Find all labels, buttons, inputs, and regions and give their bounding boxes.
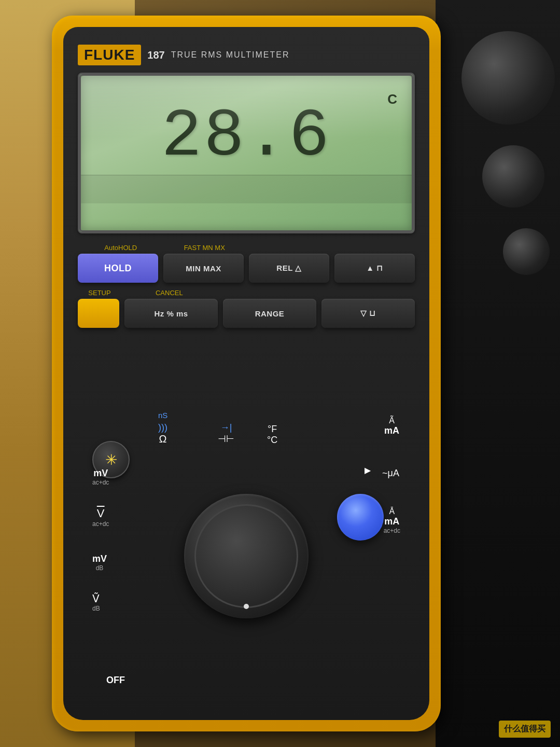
sun-icon: ✳ [105,451,117,468]
buttons-area: AutoHOLD FAST MN MX HOLD MIN MAX REL △ ▲… [78,244,415,334]
fastmnmx-label: FAST MN MX [163,244,247,252]
row1-labels: AutoHOLD FAST MN MX [78,244,415,252]
lcd-inner: C 28.6 [79,74,413,232]
ac-ma-label: Ã mA [384,416,399,436]
multimeter-body: FLUKE 187 TRUE RMS MULTIMETER C 28.6 Aut… [52,16,441,731]
knob-ring [194,504,298,608]
temp-symbol: °F °C [267,424,277,446]
min-max-button[interactable]: MIN MAX [163,254,244,283]
label6 [316,289,414,297]
equipment-circle-1 [461,31,555,125]
label5 [218,289,316,297]
setup-label: SETUP [79,289,120,297]
down-button[interactable]: ▽ ⊔ [321,299,415,328]
label4 [330,244,414,252]
rel-button[interactable]: REL △ [249,254,329,283]
lcd-secondary [81,175,412,203]
label3 [246,244,330,252]
lcd-display: C 28.6 [78,73,415,233]
equipment-circle-3 [503,228,550,275]
diode-cap-symbol: →| ⊣⊢ [218,422,234,445]
v-acdc-label: V ac+dc [92,507,109,528]
off-label: OFF [106,675,125,686]
rotary-knob[interactable] [184,494,309,618]
hz-button[interactable]: Hz % ms [124,299,218,328]
v-db-label: Ṽ dB [92,592,100,612]
row2-labels: SETUP CANCEL [78,289,415,297]
model-subtitle: TRUE RMS MULTIMETER [171,50,290,60]
equipment-circle-2 [482,145,544,208]
range-button[interactable]: RANGE [223,299,316,328]
meter-inner: FLUKE 187 TRUE RMS MULTIMETER C 28.6 Aut… [63,27,429,720]
cancel-label: CANCEL [120,289,218,297]
wifi-ohm-symbol: ))) Ω [158,422,167,445]
mv-db-label: mV dB [92,554,107,572]
lcd-unit: C [387,91,397,107]
fluke-logo: FLUKE [78,45,141,65]
knob-indicator-dot [244,604,249,609]
yellow-button[interactable] [78,299,119,328]
watermark: 什么值得买 [499,721,551,738]
ua-label: ~μA [382,468,399,479]
up-button[interactable]: ▲ ⊓ [334,254,415,283]
model-number: 187 [147,49,164,61]
ns-label: nS [158,411,167,420]
knob-area: ✳ nS ))) Ω →| ⊣⊢ [78,406,415,707]
mv-acdv-label: mV ac+dc [92,468,109,486]
button-row-2: Hz % ms RANGE ▽ ⊔ [78,299,415,328]
knob-outer [184,494,309,618]
ac-dc-ma-label: Ā mA ac+dc [384,507,400,534]
background-equipment [436,0,560,747]
hold-button[interactable]: HOLD [78,254,158,283]
blue-button[interactable] [337,494,384,541]
autohold-label: AutoHOLD [79,244,163,252]
button-row-1: HOLD MIN MAX REL △ ▲ ⊓ [78,254,415,283]
lcd-glare [81,76,412,137]
play-indicator: ▶ [365,465,371,475]
scene: FLUKE 187 TRUE RMS MULTIMETER C 28.6 Aut… [0,0,560,747]
measurement-labels: ✳ nS ))) Ω →| ⊣⊢ [78,406,415,707]
brand-bar: FLUKE 187 TRUE RMS MULTIMETER [78,42,415,68]
